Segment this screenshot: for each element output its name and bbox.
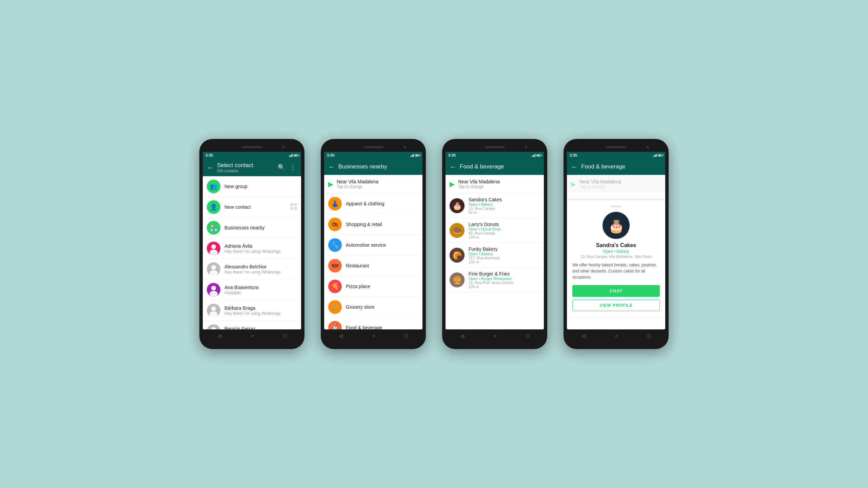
automotive-label: Automotive service (346, 242, 386, 248)
funky-sub: Open • Bakery (469, 252, 500, 256)
categories-content: ▶ Near Vila Madalena Tap to change 👗 App… (324, 175, 422, 329)
contact-alessandro[interactable]: Alessandro Belchior Hey there! I'm using… (203, 259, 301, 280)
profile-address: 13, Rua Caropá, Vila Madalena, São Paulo (572, 255, 660, 259)
status-bar-2: 3:35 (324, 152, 422, 159)
back-button-4[interactable]: ← (571, 163, 578, 171)
svg-text:🍔: 🍔 (453, 276, 462, 285)
contact-benicio[interactable]: Benício Ferraz Disponível (203, 321, 301, 329)
new-contact-item[interactable]: 👤 New contact (203, 197, 301, 218)
cat-food[interactable]: 🥤 Food & beverage (324, 318, 422, 329)
phone-3-bottom (446, 342, 544, 346)
home-nav-4[interactable]: ○ (615, 333, 618, 339)
svg-rect-6 (291, 204, 292, 205)
home-nav-3[interactable]: ○ (494, 333, 496, 339)
app-bar-1: ← Select contact 256 contacts 🔍 ⋮ (203, 159, 301, 176)
phone-4-screen: 3:35 ← Food & beverage ▶ Near Vila Madal… (567, 152, 665, 329)
status-icons-2 (410, 154, 420, 157)
new-group-item[interactable]: 👥 New group (203, 176, 301, 197)
signal-4 (653, 154, 657, 157)
new-group-label: New group (224, 184, 297, 189)
recents-nav-1[interactable]: □ (283, 333, 286, 339)
battery-3 (536, 154, 541, 157)
cat-pizza[interactable]: 🍕 Pizza place (324, 276, 422, 297)
contact-alessandro-name: Alessandro Belchior (224, 264, 297, 269)
back-button-1[interactable]: ← (207, 164, 214, 171)
cat-grocery[interactable]: 🛒 Grocery store (324, 297, 422, 318)
grocery-icon: 🛒 (328, 300, 342, 314)
camera (282, 146, 285, 148)
biz-sandras[interactable]: 🎂 Sandra's Cakes Open • Bakery 13, Rua C… (446, 194, 544, 218)
phone-1-screen: 3:35 ← Select contact 256 contacts 🔍 ⋮ (203, 152, 301, 329)
contact-barbara[interactable]: Bárbara Braga Hey there! I'm using Whats… (203, 300, 301, 321)
svg-rect-12 (291, 208, 292, 209)
avatar-adriana (207, 242, 220, 255)
phone-1-top-bar (203, 142, 301, 152)
phone-3-screen: 3:35 ← Food & beverage ▶ Near Vila Madal… (446, 152, 544, 329)
view-profile-button[interactable]: VIEW PROFILE (572, 300, 660, 311)
location-icon-3: ▶ (450, 180, 455, 188)
phone-3-nav: ◁ ○ □ (446, 329, 544, 342)
home-nav-2[interactable]: ○ (372, 333, 375, 339)
contact-ana-sub: Available (224, 290, 297, 295)
phone-1-bottom (203, 342, 301, 346)
home-nav-1[interactable]: ○ (251, 333, 254, 339)
phone-4-bottom (567, 342, 665, 346)
back-nav-1[interactable]: ◁ (218, 333, 221, 339)
avatar-alessandro (207, 262, 220, 276)
businesses-nearby-item[interactable]: 🏪 Businesses nearby (203, 218, 301, 238)
cat-restaurant[interactable]: 🍽 Restaurant (324, 256, 422, 276)
app-title-2: Businesses nearby (338, 163, 418, 170)
battery-1 (294, 154, 298, 157)
qr-icon (290, 203, 297, 211)
location-sub-3: Tap to change (458, 184, 500, 189)
businesses-nearby-label: Businesses nearby (224, 225, 297, 230)
app-subtitle-1: 256 contacts (217, 169, 274, 173)
chat-button[interactable]: CHAT (572, 285, 660, 297)
back-nav-3[interactable]: ◁ (460, 333, 464, 339)
location-bar-2[interactable]: ▶ Near Vila Madalena Tap to change (324, 175, 422, 194)
status-icons-1 (289, 154, 298, 157)
recents-nav-4[interactable]: □ (648, 333, 650, 339)
battery-2 (415, 154, 420, 157)
location-name-3: Near Vila Madalena (458, 179, 500, 184)
contact-adriana[interactable]: Adriana Ávila Hey there! I'm using Whats… (203, 238, 301, 259)
status-bar-4: 3:35 (567, 152, 665, 159)
new-contact-label: New contact (224, 204, 286, 210)
cat-shopping[interactable]: 🛍 Shopping & retail (324, 214, 422, 235)
back-button-3[interactable]: ← (450, 163, 456, 171)
svg-text:👥: 👥 (210, 183, 218, 190)
cat-automotive[interactable]: 🔧 Automotive service (324, 235, 422, 256)
avatar-funky: 🥐 (450, 248, 465, 263)
location-bar-3[interactable]: ▶ Near Vila Madalena Tap to change (446, 175, 544, 194)
food-label: Food & beverage (346, 325, 382, 329)
battery-4 (658, 154, 663, 157)
location-name-2: Near Vila Madalena (337, 179, 378, 184)
biz-larrys[interactable]: 🍩 Larry's Donuts Open • Donut Shop 82, R… (446, 218, 544, 243)
biz-burger[interactable]: 🍔 Fine Burger & Fries Open • Burger Rest… (446, 268, 544, 292)
biz-funky[interactable]: 🥐 Funky Bakery Open • Bakery 217, Rua Ar… (446, 243, 544, 268)
back-nav-2[interactable]: ◁ (339, 333, 343, 339)
phone-2-top-bar (324, 142, 422, 152)
back-nav-4[interactable]: ◁ (582, 333, 586, 339)
food-icon: 🥤 (328, 321, 342, 329)
more-icon-1[interactable]: ⋮ (289, 164, 297, 171)
recents-nav-2[interactable]: □ (405, 333, 408, 339)
businesses-content: ▶ Near Vila Madalena Tap to change 🎂 San… (446, 175, 544, 329)
contact-ana[interactable]: Ana Boaventura Available (203, 280, 301, 300)
restaurant-icon: 🍽 (328, 259, 342, 272)
contact-barbara-name: Bárbara Braga (224, 305, 297, 311)
signal-1 (289, 154, 293, 157)
recents-nav-3[interactable]: □ (526, 333, 529, 339)
back-button-2[interactable]: ← (328, 163, 335, 171)
funky-name: Funky Bakery (469, 246, 500, 252)
phone-2: 3:35 ← Businesses nearby ▶ Near Vila Mad… (321, 139, 426, 349)
search-icon-1[interactable]: 🔍 (277, 164, 285, 171)
burger-addr: 12, Rua Prof. Nova Gomes (469, 281, 513, 285)
pizza-label: Pizza place (346, 284, 370, 289)
drag-handle (611, 206, 622, 207)
automotive-icon: 🔧 (328, 238, 342, 252)
camera-2 (403, 146, 406, 148)
cat-apparel[interactable]: 👗 Apparel & clothing (324, 194, 422, 214)
phone-3: 3:35 ← Food & beverage ▶ Near Vila Madal… (442, 139, 547, 349)
svg-rect-9 (295, 204, 296, 205)
